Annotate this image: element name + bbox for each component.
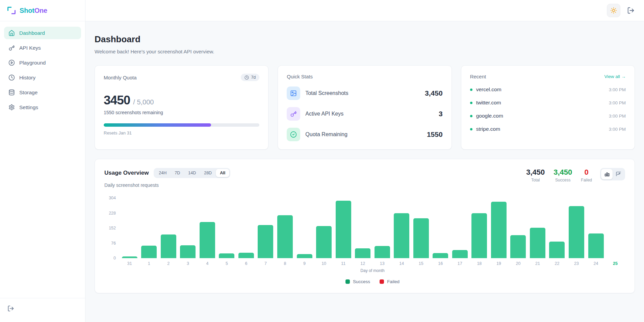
- sidebar-item-label: Playground: [19, 60, 46, 66]
- bar-column: [372, 198, 392, 258]
- view-all-link[interactable]: View all →: [604, 74, 626, 79]
- sidebar-item-label: History: [19, 75, 35, 81]
- x-axis-label: 6: [236, 261, 256, 266]
- sidebar-item-label: Dashboard: [19, 30, 45, 36]
- topbar: [85, 0, 644, 21]
- stat-label: Total Screenshots: [305, 90, 420, 96]
- quota-remaining-text: 1550 screenshots remaining: [104, 110, 259, 115]
- line-chart-icon: [616, 171, 621, 177]
- chart-legend: SuccessFailed: [120, 279, 625, 284]
- recent-time: 3:00 PM: [609, 114, 626, 119]
- bar-column: [353, 198, 372, 258]
- legend-label: Success: [353, 279, 370, 284]
- usage-range-tab-7d[interactable]: 7D: [171, 169, 184, 177]
- clock-icon: [244, 75, 249, 80]
- summary-cards: Monthly Quota 7d 3450 / 5,000 1550 scree…: [95, 65, 635, 150]
- recent-row[interactable]: vercel.com3:00 PM: [470, 86, 626, 93]
- success-bar: [433, 253, 448, 258]
- sun-icon: [610, 7, 617, 14]
- quota-period-label: 7d: [251, 75, 256, 80]
- usage-total-success: 3,450Success: [553, 168, 572, 182]
- success-bar: [471, 213, 487, 258]
- status-dot-icon: [470, 115, 472, 117]
- usage-range-tab-14d[interactable]: 14D: [184, 169, 200, 177]
- y-axis-tick: 0: [113, 256, 116, 261]
- x-axis-label: 15: [411, 261, 431, 266]
- recent-row[interactable]: google.com3:00 PM: [470, 113, 626, 119]
- x-axis-label: 8: [275, 261, 295, 266]
- recent-domain: twitter.com: [476, 100, 605, 106]
- quota-period-badge: 7d: [241, 74, 259, 81]
- usage-range-tab-28d[interactable]: 28D: [200, 169, 216, 177]
- recent-domain: stripe.com: [476, 126, 605, 132]
- bar-column: [392, 198, 411, 258]
- success-bar: [336, 201, 351, 258]
- recent-title: Recent: [470, 74, 486, 79]
- success-bar: [510, 235, 526, 258]
- x-axis-label: 13: [372, 261, 392, 266]
- success-bar: [375, 246, 390, 258]
- bar-column: [470, 198, 489, 258]
- success-bar: [219, 253, 234, 258]
- logout-icon[interactable]: [7, 305, 14, 312]
- bar-column: [450, 198, 470, 258]
- status-dot-icon: [470, 102, 472, 104]
- success-bar: [180, 245, 196, 258]
- bar-chart-toggle-button[interactable]: [601, 169, 613, 179]
- quota-resets-text: Resets Jan 31: [104, 130, 259, 135]
- x-axis-label: 3: [178, 261, 198, 266]
- x-axis-label: 22: [547, 261, 567, 266]
- usage-total-total: 3,450Total: [526, 168, 545, 182]
- success-bar: [569, 206, 584, 258]
- bar-column: [509, 198, 528, 258]
- bar-column: [198, 198, 217, 258]
- main-area: Dashboard Welcome back! Here's your scre…: [85, 0, 644, 322]
- key-icon: [287, 107, 300, 121]
- recent-domain: vercel.com: [476, 86, 605, 93]
- success-bar: [297, 254, 312, 258]
- sidebar-item-settings[interactable]: Settings: [4, 101, 81, 114]
- stat-value: 3: [439, 110, 443, 118]
- legend-swatch-icon: [345, 279, 350, 284]
- recent-list: vercel.com3:00 PMtwitter.com3:00 PMgoogl…: [470, 86, 626, 132]
- recent-row[interactable]: twitter.com3:00 PM: [470, 100, 626, 106]
- x-axis-label: 2: [159, 261, 178, 266]
- usage-range-tab-all[interactable]: All: [216, 169, 229, 177]
- sidebar-item-storage[interactable]: Storage: [4, 86, 81, 99]
- sidebar-item-playground[interactable]: Playground: [4, 56, 81, 69]
- bar-column: [431, 198, 450, 258]
- quick-stats-title: Quick Stats: [287, 74, 313, 79]
- success-bar: [549, 242, 565, 258]
- recent-row[interactable]: stripe.com3:00 PM: [470, 126, 626, 132]
- bar-column: [295, 198, 314, 258]
- stat-row: Active API Keys3: [287, 107, 442, 121]
- quota-card-title: Monthly Quota: [104, 75, 137, 80]
- y-axis-tick: 228: [109, 211, 116, 216]
- theme-toggle-button[interactable]: [607, 4, 620, 17]
- line-chart-toggle-button[interactable]: [613, 169, 624, 179]
- logout-icon[interactable]: [627, 7, 635, 14]
- logo: ShotOne: [0, 0, 85, 21]
- x-axis-label: 9: [295, 261, 314, 266]
- quota-used-value: 3450: [104, 93, 130, 107]
- success-bar: [316, 226, 332, 258]
- usage-bar-chart: 076152228304: [104, 198, 625, 258]
- usage-total-label: Failed: [581, 178, 592, 182]
- usage-total-label: Total: [526, 178, 545, 182]
- usage-range-tab-24h[interactable]: 24H: [155, 169, 171, 177]
- bar-chart-icon: [604, 171, 610, 177]
- sidebar-item-api-keys[interactable]: API Keys: [4, 42, 81, 54]
- x-axis-label: 10: [314, 261, 334, 266]
- stat-value: 1550: [427, 130, 443, 139]
- page-subtitle: Welcome back! Here's your screenshot API…: [95, 49, 635, 54]
- usage-overview-card: Usage Overview 24H7D14D28DAll Daily scre…: [95, 159, 635, 293]
- chart-x-axis-title: Day of month: [120, 268, 625, 273]
- sidebar-item-history[interactable]: History: [4, 71, 81, 84]
- bar-column: [159, 198, 178, 258]
- bar-column: [120, 198, 139, 258]
- home-icon: [8, 30, 15, 36]
- monthly-quota-card: Monthly Quota 7d 3450 / 5,000 1550 scree…: [95, 65, 268, 150]
- stat-row: Quota Remaining1550: [287, 128, 442, 141]
- sidebar-item-label: Settings: [19, 104, 38, 110]
- sidebar-item-dashboard[interactable]: Dashboard: [4, 27, 81, 39]
